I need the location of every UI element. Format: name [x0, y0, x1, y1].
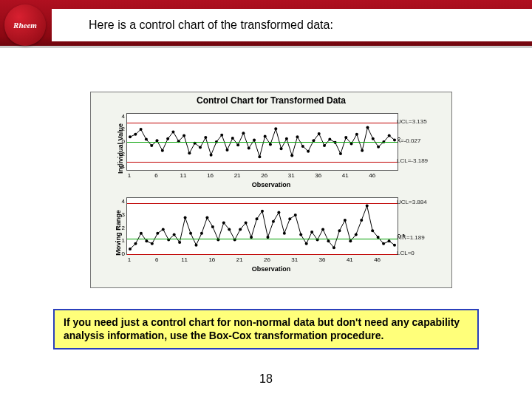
svg-point-8	[171, 130, 174, 133]
x-tick-label: 36	[315, 172, 321, 179]
svg-point-79	[288, 217, 291, 220]
svg-point-30	[290, 154, 293, 157]
svg-point-13	[199, 146, 202, 149]
svg-point-89	[344, 219, 347, 222]
header-banner: Rheem Here is a control chart of the tra…	[0, 0, 532, 58]
svg-point-14	[204, 136, 207, 139]
svg-point-6	[161, 149, 164, 152]
x-ticks: 161116212631364146	[126, 172, 398, 180]
y-ticks: -4-2024	[113, 113, 125, 171]
svg-point-81	[299, 233, 302, 236]
svg-point-87	[332, 246, 335, 249]
reference-line	[127, 123, 398, 123]
reference-labels: UCL=3.884M̄R̄=1.189LCL=0	[395, 197, 437, 255]
y-tick-label: 3	[113, 211, 125, 217]
reference-label: UCL=3.135	[397, 118, 427, 125]
moving-range-chart: Moving Range 01234 UCL=3.884M̄R̄=1.189LC…	[98, 193, 444, 273]
x-tick-label: 46	[369, 172, 375, 179]
reference-label: LCL=0	[397, 250, 415, 256]
svg-point-22	[248, 146, 250, 149]
reference-line	[127, 239, 398, 239]
y-tick-label: 2	[113, 126, 125, 132]
x-tick-label: 41	[342, 172, 349, 179]
svg-point-24	[258, 155, 261, 158]
individuals-chart: Individual Value -4-2024 UCL=3.135X̄=-0.…	[98, 109, 444, 188]
svg-point-93	[366, 205, 369, 208]
x-ticks: 161116212631364146	[126, 256, 398, 264]
svg-point-56	[162, 228, 165, 231]
brand-logo: Rheem	[4, 4, 46, 46]
svg-point-53	[145, 239, 148, 242]
svg-point-91	[355, 233, 358, 236]
svg-point-55	[156, 232, 159, 235]
svg-point-51	[134, 242, 137, 245]
y-tick-label: 4	[113, 198, 125, 205]
page-title: Here is a control chart of the transform…	[89, 16, 458, 34]
reference-line	[127, 162, 398, 163]
reference-line	[127, 142, 398, 143]
svg-point-3	[145, 138, 148, 141]
svg-point-97	[388, 239, 391, 242]
svg-point-11	[188, 151, 191, 154]
svg-point-74	[261, 210, 264, 213]
x-tick-label: 11	[180, 172, 187, 179]
svg-point-48	[388, 134, 391, 137]
svg-point-76	[272, 220, 275, 223]
svg-point-28	[280, 147, 283, 150]
svg-point-0	[129, 135, 132, 138]
y-tick-label: 1	[113, 237, 125, 244]
svg-point-37	[328, 138, 331, 141]
reference-label: UCL=3.884	[397, 199, 427, 205]
y-tick-label: 4	[113, 113, 125, 120]
svg-point-45	[372, 137, 375, 140]
chart-title: Control Chart for Transformed Data	[91, 92, 451, 107]
svg-point-62	[195, 244, 198, 247]
svg-point-10	[183, 134, 185, 137]
svg-point-50	[129, 248, 132, 250]
plot-area	[126, 197, 398, 255]
svg-point-73	[256, 217, 259, 220]
svg-point-60	[184, 216, 187, 219]
y-tick-label: 2	[113, 224, 125, 231]
svg-point-68	[228, 228, 231, 231]
x-tick-label: 21	[234, 172, 241, 179]
svg-point-27	[274, 127, 277, 130]
svg-point-42	[355, 133, 358, 136]
svg-point-32	[301, 145, 304, 148]
x-tick-label: 26	[264, 256, 270, 263]
svg-point-33	[307, 150, 310, 153]
svg-point-67	[222, 222, 225, 225]
x-tick-label: 6	[154, 172, 157, 179]
svg-point-23	[253, 138, 256, 141]
svg-point-64	[205, 216, 208, 219]
svg-point-26	[269, 143, 272, 146]
svg-point-35	[318, 132, 321, 135]
svg-point-85	[321, 228, 324, 231]
svg-point-2	[140, 128, 143, 131]
y-ticks: 01234	[113, 197, 125, 255]
x-tick-label: 36	[319, 256, 326, 263]
svg-point-83	[310, 231, 313, 233]
svg-point-36	[323, 144, 326, 147]
x-tick-label: 11	[181, 256, 188, 263]
svg-point-88	[338, 229, 341, 232]
x-tick-label: 26	[261, 172, 267, 179]
svg-point-71	[245, 222, 248, 225]
x-tick-label: 16	[208, 256, 215, 263]
svg-point-54	[151, 242, 154, 245]
svg-point-90	[349, 239, 352, 242]
svg-point-61	[189, 232, 192, 235]
svg-point-77	[277, 211, 280, 214]
page-number: 18	[259, 372, 273, 386]
svg-point-40	[344, 136, 347, 139]
x-tick-label: 6	[155, 256, 158, 263]
reference-label: X̄=-0.027	[397, 137, 420, 144]
svg-point-17	[220, 134, 223, 137]
svg-point-44	[366, 126, 369, 129]
y-tick-label: -2	[113, 150, 125, 157]
svg-point-70	[239, 228, 242, 231]
svg-point-21	[242, 132, 245, 134]
reference-line	[127, 203, 398, 204]
svg-point-39	[339, 152, 342, 155]
svg-point-7	[166, 137, 169, 140]
